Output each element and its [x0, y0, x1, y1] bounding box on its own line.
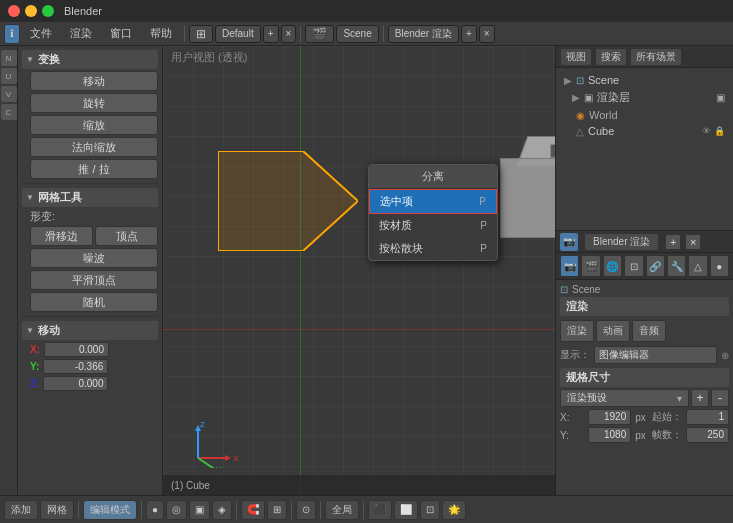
outliner-search-btn[interactable]: 搜索 — [595, 48, 627, 66]
maximize-btn[interactable] — [42, 5, 54, 17]
tool-vertex-btn[interactable]: 顶点 — [95, 226, 158, 246]
transform-section-header[interactable]: 变换 — [22, 50, 158, 69]
render-engine-dropdown[interactable]: Blender 渲染 — [584, 233, 659, 251]
tool-random-btn[interactable]: 随机 — [30, 292, 158, 312]
overlay-icon1[interactable]: ⬛ — [368, 500, 392, 520]
view-square-btn[interactable]: ▣ — [189, 500, 210, 520]
render-engine-x[interactable]: × — [479, 25, 495, 43]
editor-type-btn[interactable]: ⊞ — [189, 25, 213, 43]
scene-select-btn[interactable]: Scene — [336, 25, 378, 43]
overlay-icon2[interactable]: ⬜ — [394, 500, 418, 520]
display-expand-icon[interactable]: ⊕ — [721, 350, 729, 361]
move-y-field[interactable]: -0.366 — [43, 359, 108, 374]
render-btn[interactable]: 渲染 — [560, 320, 594, 342]
context-menu-item-1[interactable]: 按材质 P — [369, 214, 497, 237]
proportional-btn[interactable]: ⊙ — [296, 500, 316, 520]
cube-visibility-icon[interactable]: 👁 — [702, 126, 711, 136]
world-type-icon: ◉ — [576, 110, 585, 121]
outliner-cube-item[interactable]: △ Cube 👁 🔒 — [560, 123, 729, 139]
tool-noise-btn[interactable]: 噪波 — [30, 248, 158, 268]
prop-constraint-icon[interactable]: 🔗 — [646, 255, 665, 277]
move-x-field[interactable]: 0.000 — [44, 342, 109, 357]
context-menu-item-2[interactable]: 按松散块 P — [369, 237, 497, 260]
prop-material-icon[interactable]: ● — [710, 255, 729, 277]
menu-window[interactable]: 窗口 — [102, 24, 140, 43]
scene-icon-btn[interactable]: 🎬 — [305, 25, 334, 43]
scene-prop-icon: ⊡ — [560, 284, 568, 295]
render-panel-x-btn[interactable]: × — [685, 234, 701, 250]
overlay-icon4[interactable]: 🌟 — [442, 500, 466, 520]
preset-add-btn[interactable]: + — [691, 389, 709, 407]
cube-lock-icon[interactable]: 🔒 — [714, 126, 725, 136]
strip-icon-3[interactable]: V — [1, 86, 17, 102]
outliner-world-item[interactable]: ◉ World — [560, 107, 729, 123]
render-engine-btn[interactable]: Blender 渲染 — [388, 25, 459, 43]
end-field[interactable]: 250 — [686, 427, 729, 443]
close-btn[interactable] — [8, 5, 20, 17]
mesh-btn[interactable]: 网格 — [40, 500, 74, 520]
snap-magnet-btn[interactable]: 🧲 — [241, 500, 265, 520]
render-camera-icon[interactable]: 📷 — [560, 233, 578, 251]
view-circle-btn[interactable]: ◎ — [166, 500, 187, 520]
prop-data-icon[interactable]: △ — [688, 255, 707, 277]
tool-smooth-btn[interactable]: 平滑顶点 — [30, 270, 158, 290]
outliner-scene-item[interactable]: ▶ ⊡ Scene — [560, 72, 729, 88]
audio-btn[interactable]: 音频 — [632, 320, 666, 342]
move-z-field[interactable]: 0.000 — [43, 376, 108, 391]
meshtools-section-header[interactable]: 网格工具 — [22, 188, 158, 207]
prop-modifier-icon[interactable]: 🔧 — [667, 255, 686, 277]
menu-render[interactable]: 渲染 — [62, 24, 100, 43]
prop-object-icon[interactable]: ⊡ — [624, 255, 643, 277]
tool-scale-btn[interactable]: 缩放 — [30, 115, 158, 135]
tool-slideedge-btn[interactable]: 滑移边 — [30, 226, 93, 246]
tool-move-btn[interactable]: 移动 — [30, 71, 158, 91]
rl-item-label: 渲染层 — [597, 90, 630, 105]
res-x-field[interactable]: 1920 — [588, 409, 631, 425]
add-btn[interactable]: 添加 — [4, 500, 38, 520]
menu-sep2 — [300, 26, 301, 42]
render-engine-plus[interactable]: + — [461, 25, 477, 43]
render-subsection-header[interactable]: 渲染 — [560, 297, 729, 316]
3d-viewport[interactable]: 用户视图 (透视) — [163, 46, 555, 495]
prop-world-icon[interactable]: 🌐 — [603, 255, 622, 277]
move-section-header[interactable]: 移动 — [22, 321, 158, 340]
render-panel-plus-btn[interactable]: + — [665, 234, 681, 250]
viewport-mode-btn[interactable]: Default — [215, 25, 261, 43]
outliner-view-btn[interactable]: 视图 — [560, 48, 592, 66]
tool-rotate-btn[interactable]: 旋转 — [30, 93, 158, 113]
start-field[interactable]: 1 — [686, 409, 729, 425]
global-btn[interactable]: 全局 — [325, 500, 359, 520]
view-diamond-btn[interactable]: ◈ — [212, 500, 232, 520]
minimize-btn[interactable] — [25, 5, 37, 17]
menu-file[interactable]: 文件 — [22, 24, 60, 43]
strip-icon-4[interactable]: C — [1, 104, 17, 120]
outliner-renderlayer-item[interactable]: ▶ ▣ 渲染层 ▣ — [560, 88, 729, 107]
panel-div2 — [22, 316, 158, 317]
strip-icon-1[interactable]: N — [1, 50, 17, 66]
overlay-icon3[interactable]: ⊡ — [420, 500, 440, 520]
viewport-status-text: (1) Cube — [171, 480, 210, 491]
context-item-2-shortcut: P — [480, 243, 487, 254]
mode-x-btn[interactable]: × — [281, 25, 297, 43]
res-y-field[interactable]: 1080 — [588, 427, 631, 443]
strip-icon-2[interactable]: U — [1, 68, 17, 84]
size-section-header[interactable]: 规格尺寸 — [560, 368, 729, 387]
prop-render-icon[interactable]: 📷 — [560, 255, 579, 277]
outliner-allscenes-btn[interactable]: 所有场景 — [630, 48, 682, 66]
mode-plus-btn[interactable]: + — [263, 25, 279, 43]
display-select[interactable]: 图像编辑器 — [594, 346, 717, 364]
view-dot-btn[interactable]: ● — [146, 500, 164, 520]
tool-normalscale-btn[interactable]: 法向缩放 — [30, 137, 158, 157]
snap-icon-btn[interactable]: ⊞ — [267, 500, 287, 520]
edit-mode-btn[interactable]: 编辑模式 — [83, 500, 137, 520]
animation-btn[interactable]: 动画 — [596, 320, 630, 342]
res-x-label: X: — [560, 412, 584, 423]
render-preset-btn[interactable]: 渲染预设 ▾ — [560, 389, 689, 407]
preset-remove-btn[interactable]: - — [711, 389, 729, 407]
context-menu-item-0[interactable]: 选中项 P — [369, 189, 497, 214]
menu-help[interactable]: 帮助 — [142, 24, 180, 43]
info-icon-btn[interactable]: ℹ — [4, 24, 20, 44]
prop-scene-icon[interactable]: 🎬 — [581, 255, 600, 277]
tool-pushpull-btn[interactable]: 推 / 拉 — [30, 159, 158, 179]
tb-sep6 — [363, 501, 364, 519]
